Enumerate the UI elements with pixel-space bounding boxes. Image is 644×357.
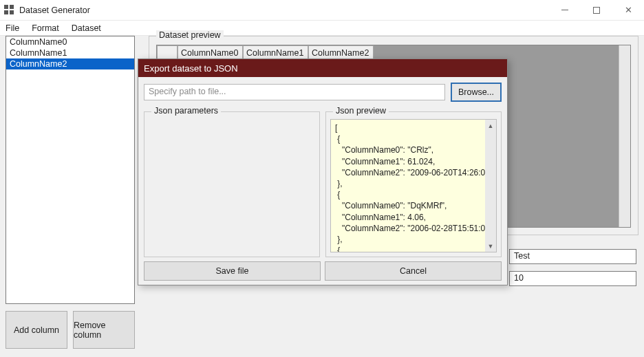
dataset-count-field[interactable]: 10 (509, 271, 636, 286)
remove-column-button[interactable]: Remove column (73, 311, 135, 349)
menu-file[interactable]: File (6, 23, 19, 33)
json-preview-text[interactable]: [ { "ColumnName0": "CRlz", "ColumnName1"… (330, 119, 497, 252)
cancel-button[interactable]: Cancel (325, 261, 502, 281)
titlebar: Dataset Generator ✕ (0, 0, 644, 21)
json-parameters-title: Json parameters (151, 106, 221, 116)
maximize-button[interactable] (581, 0, 612, 21)
close-button[interactable]: ✕ (612, 0, 644, 21)
menu-format[interactable]: Format (32, 23, 59, 33)
export-json-dialog: Export dataset to JSON Specify path to f… (138, 58, 508, 285)
scrollbar-vertical[interactable]: ▲ ▼ (485, 119, 497, 252)
scroll-down-icon[interactable]: ▼ (485, 240, 496, 252)
list-item[interactable]: ColumnName1 (6, 47, 134, 58)
list-item[interactable]: ColumnName0 (6, 36, 134, 47)
scrollbar-vertical[interactable] (619, 45, 630, 227)
json-preview-group: Json preview [ { "ColumnName0": "CRlz", … (325, 111, 502, 257)
json-preview-title: Json preview (333, 106, 389, 116)
scroll-up-icon[interactable]: ▲ (485, 120, 496, 131)
file-path-input[interactable]: Specify path to file... (144, 84, 445, 100)
dialog-title: Export dataset to JSON (138, 59, 507, 77)
window-title: Dataset Generator (19, 6, 90, 15)
add-column-button[interactable]: Add column (6, 311, 67, 349)
minimize-button[interactable] (549, 0, 581, 21)
menu-dataset[interactable]: Dataset (72, 23, 101, 33)
json-parameters-group: Json parameters (144, 111, 320, 257)
column-list[interactable]: ColumnName0 ColumnName1 ColumnName2 (6, 36, 135, 304)
dataset-name-field[interactable]: Test (509, 249, 636, 264)
dataset-preview-title: Dataset preview (156, 30, 224, 40)
app-icon (4, 5, 15, 16)
menubar: File Format Dataset (0, 21, 644, 36)
browse-button[interactable]: Browse... (451, 83, 502, 102)
list-item[interactable]: ColumnName2 (6, 58, 134, 69)
save-file-button[interactable]: Save file (144, 261, 321, 281)
